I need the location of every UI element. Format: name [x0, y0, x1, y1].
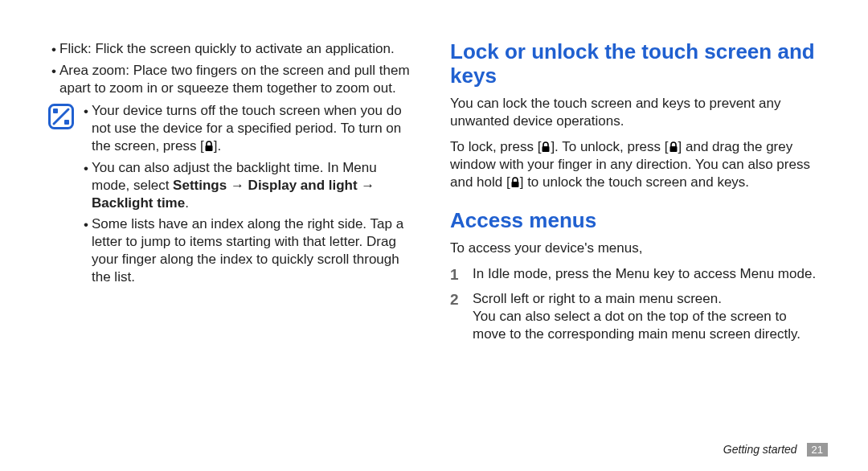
lock-icon [541, 141, 551, 153]
text-fragment: To lock, press [ [450, 139, 541, 154]
paragraph: To lock, press []. To unlock, press [] a… [450, 138, 820, 191]
document-page: • Flick: Flick the screen quickly to act… [0, 0, 868, 471]
note-fragment: . [185, 195, 189, 211]
svg-rect-5 [542, 146, 550, 152]
note-item: • Some lists have an index along the rig… [80, 215, 418, 286]
step-line: Scroll left or right to a main menu scre… [473, 290, 820, 308]
paragraph: You can lock the touch screen and keys t… [450, 95, 820, 130]
section-heading-lock: Lock or unlock the touch screen and keys [450, 40, 820, 88]
svg-rect-7 [511, 182, 518, 187]
bullet-icon: • [48, 40, 59, 59]
svg-rect-2 [53, 109, 58, 113]
note-fragment: Your device turns off the touch screen w… [92, 103, 402, 154]
step-item: 1 In Idle mode, press the Menu key to ac… [450, 265, 820, 285]
right-column: Lock or unlock the touch screen and keys… [434, 40, 828, 455]
page-footer: Getting started 21 [723, 443, 828, 457]
bullet-icon: • [80, 159, 92, 178]
bullet-icon: • [80, 102, 92, 121]
bullet-item: • Flick: Flick the screen quickly to act… [48, 40, 418, 59]
bullet-item: • Area zoom: Place two fingers on the sc… [48, 62, 418, 97]
text-fragment: ] to unlock the touch screen and keys. [520, 174, 749, 190]
lock-icon [669, 141, 678, 153]
svg-rect-4 [205, 145, 212, 151]
step-text: Scroll left or right to a main menu scre… [473, 290, 820, 343]
bullet-text: Flick: Flick the screen quickly to activ… [59, 40, 418, 58]
page-number: 21 [807, 443, 828, 457]
svg-rect-3 [64, 120, 69, 125]
bullet-text: Area zoom: Place two fingers on the scre… [59, 62, 418, 97]
step-number: 1 [450, 265, 473, 285]
svg-rect-6 [669, 146, 677, 152]
note-text: Some lists have an index along the right… [92, 215, 418, 286]
paragraph: To access your device's menus, [450, 240, 820, 257]
note-fragment: ]. [214, 138, 221, 154]
note-body: • Your device turns off the touch screen… [76, 102, 418, 289]
note-item: • You can also adjust the backlight time… [80, 159, 418, 212]
note-item: • Your device turns off the touch screen… [80, 102, 418, 155]
text-fragment: ]. To unlock, press [ [551, 139, 668, 154]
left-column: • Flick: Flick the screen quickly to act… [40, 40, 434, 455]
note-icon [48, 104, 76, 134]
step-extra: You can also select a dot on the top of … [473, 308, 820, 343]
lock-icon [204, 141, 214, 152]
note-text: You can also adjust the backlight time. … [92, 159, 418, 212]
bullet-icon: • [48, 62, 59, 80]
note-box: • Your device turns off the touch screen… [48, 102, 418, 289]
step-text: In Idle mode, press the Menu key to acce… [473, 265, 820, 283]
section-heading-access: Access menus [450, 209, 820, 233]
step-number: 2 [450, 290, 473, 310]
lock-icon [510, 177, 520, 188]
step-item: 2 Scroll left or right to a main menu sc… [450, 290, 820, 343]
note-text: Your device turns off the touch screen w… [92, 102, 418, 155]
bullet-icon: • [80, 215, 92, 234]
footer-label: Getting started [723, 443, 797, 456]
